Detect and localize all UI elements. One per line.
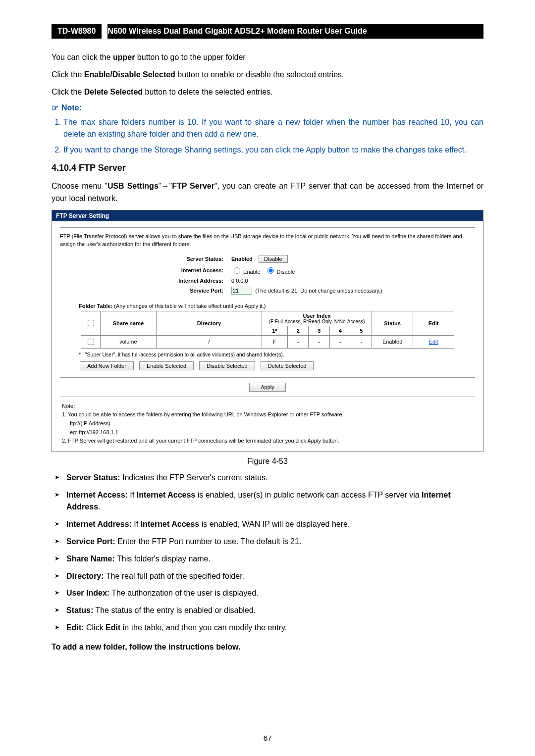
model-label: TD-W8980	[52, 24, 102, 39]
ftp-notes: Note: 1. You could be able to access the…	[62, 402, 475, 446]
paragraph-enable-disable: Click the Enable/Disable Selected button…	[52, 69, 483, 81]
user5-cell: -	[351, 335, 372, 348]
text: is enabled, user(s) in public network ca…	[195, 491, 422, 499]
text: in the table, and then you can modify th…	[120, 623, 287, 632]
text: Indicates the FTP Server's current statu…	[120, 473, 268, 482]
user2-cell: -	[287, 335, 309, 348]
text: .	[98, 503, 100, 511]
figure-caption: Figure 4-53	[52, 457, 483, 466]
enable-selected-button[interactable]: Enable Selected	[139, 361, 194, 370]
select-all-checkbox[interactable]	[88, 320, 94, 326]
row-checkbox[interactable]	[88, 339, 94, 345]
section-paragraph: Choose menu "USB Settings"→"FTP Server",…	[52, 180, 483, 205]
text: Enter the FTP Port number to use. The de…	[115, 537, 302, 546]
note-1a: ftp://(IP Address)	[70, 419, 475, 428]
directory-cell: /	[156, 335, 262, 348]
disable-button[interactable]: Disable	[259, 255, 288, 263]
bullet-edit: Edit: Click Edit in the table, and then …	[66, 622, 483, 634]
add-new-folder-button[interactable]: Add New Folder	[80, 361, 134, 370]
apply-button[interactable]: Apply	[249, 383, 286, 392]
share-name-cell: volume	[100, 335, 156, 348]
service-port-label: Service Port:	[169, 285, 227, 296]
text: button to go to the upper folder	[135, 53, 245, 61]
server-status-value: Enabled	[231, 256, 253, 262]
service-port-input[interactable]	[231, 287, 252, 295]
edit-link[interactable]: Edit	[429, 339, 438, 345]
bold-text: Share Name:	[66, 554, 115, 563]
bold-text: Folder Table:	[79, 303, 114, 309]
bold-text: Internet Access	[141, 520, 200, 528]
folder-table: Share name Directory User Index (F:Full-…	[81, 311, 454, 349]
bullet-list: Server Status: Indicates the FTP Server'…	[52, 472, 483, 634]
internet-address-value: 0.0.0.0	[227, 276, 386, 285]
section-heading: 4.10.4 FTP Server	[52, 163, 483, 173]
bold-text: User Index:	[66, 589, 109, 597]
share-header: Share name	[100, 311, 156, 335]
text: Click the	[52, 70, 84, 79]
text: User Index	[265, 313, 369, 319]
disable-radio[interactable]	[268, 267, 274, 274]
directory-header: Directory	[156, 311, 262, 335]
col-2: 2	[287, 326, 309, 335]
server-status-label: Server Status:	[169, 253, 227, 264]
col-1: 1*	[262, 326, 287, 335]
notes-heading: Note:	[62, 402, 475, 411]
text: Click	[84, 623, 106, 632]
bold-text: Enable/Disable Selected	[84, 70, 175, 79]
edit-header: Edit	[413, 311, 454, 335]
bold-text: FTP Server	[172, 182, 214, 190]
ftp-settings-rows: Server Status: Enabled Disable Internet …	[169, 253, 386, 296]
text: Disable	[277, 269, 295, 275]
bold-text: Edit	[106, 623, 120, 632]
user3-cell: -	[309, 335, 330, 348]
note-heading: ☞Note:	[52, 103, 483, 112]
note-2: 2. FTP Server will get restarted and all…	[62, 437, 475, 446]
ftp-intro-text: FTP (File Transfer Protocol) server allo…	[60, 233, 475, 249]
enable-radio-label[interactable]: Enable	[231, 269, 260, 275]
bullet-internet-address: Internet Address: If Internet Access is …	[66, 518, 483, 531]
page-header: TD-W8980 N600 Wireless Dual Band Gigabit…	[52, 24, 483, 39]
text: Enable	[243, 269, 260, 275]
bold-text: Service Port:	[66, 537, 115, 546]
text: (Any changes of this table will not take…	[114, 303, 266, 309]
text: The authorization of the user is display…	[109, 589, 258, 597]
status-cell: Enabled	[372, 335, 413, 348]
bullet-service-port: Service Port: Enter the FTP Port number …	[66, 536, 483, 548]
bold-text: USB Settings	[107, 182, 159, 190]
bullet-directory: Directory: The real full path of the spe…	[66, 570, 483, 583]
header-title: N600 Wireless Dual Band Gigabit ADSL2+ M…	[107, 24, 483, 39]
status-header: Status	[372, 311, 413, 335]
text: button to delete the selected entries.	[143, 88, 272, 96]
col-4: 4	[329, 326, 351, 335]
text: This folder's display name.	[115, 554, 211, 563]
delete-selected-button[interactable]: Delete Selected	[261, 361, 314, 370]
user4-cell: -	[329, 335, 351, 348]
bold-text: Directory:	[66, 572, 104, 580]
disable-radio-label[interactable]: Disable	[265, 269, 295, 275]
note-label-text: Note:	[61, 103, 82, 112]
text: The status of the entry is enabled or di…	[93, 606, 256, 614]
bullet-status: Status: The status of the entry is enabl…	[66, 605, 483, 617]
enable-radio[interactable]	[234, 267, 240, 274]
bold-text: Server Status:	[66, 473, 120, 482]
text: Click the	[52, 88, 84, 96]
note-list: The max share folders number is 10. If y…	[52, 116, 483, 156]
tail-paragraph: To add a new folder, follow the instruct…	[52, 641, 483, 654]
user1-cell: F	[262, 335, 287, 348]
paragraph-delete: Click the Delete Selected button to dele…	[52, 86, 483, 99]
bullet-user-index: User Index: The authorization of the use…	[66, 587, 483, 600]
text: (F:Full-Access, R:Read-Only, N:No-Access…	[265, 319, 369, 324]
text: is enabled, WAN IP will be displayed her…	[199, 520, 350, 528]
bullet-share-name: Share Name: This folder's display name.	[66, 553, 483, 565]
disable-selected-button[interactable]: Disable Selected	[199, 361, 255, 370]
bold-text: Internet Access	[137, 491, 196, 499]
bold-text: Internet Address:	[66, 520, 132, 528]
bold-text: Status:	[66, 606, 93, 614]
port-hint: (The default is 21. Do not change unless…	[255, 288, 382, 294]
bold-text: Delete Selected	[84, 88, 143, 96]
note-1b: eg: ftp://192.168.1.1	[70, 428, 475, 437]
page-number: 67	[0, 734, 535, 742]
text: button to enable or disable the selected…	[175, 70, 344, 79]
bold-text: upper	[113, 53, 135, 61]
internet-access-label: Internet Access:	[169, 264, 227, 276]
